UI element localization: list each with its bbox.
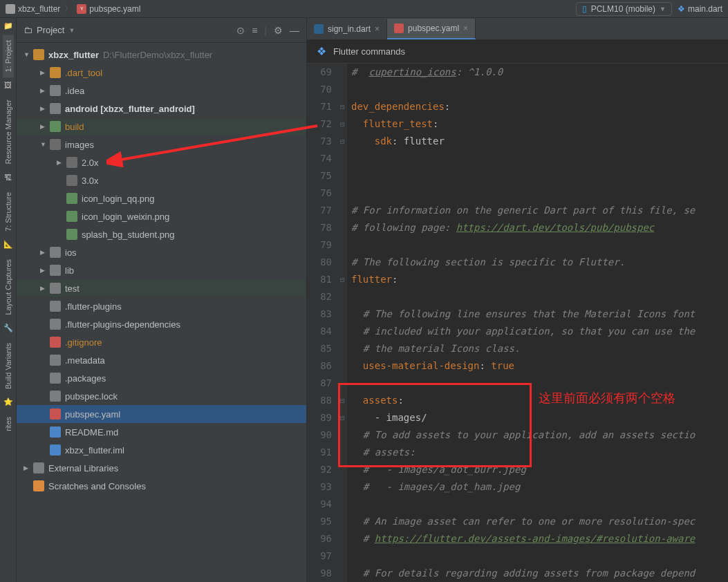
gear-icon[interactable]: ⚙: [274, 25, 283, 36]
close-icon[interactable]: ×: [375, 24, 380, 34]
code-line[interactable]: # assets:: [351, 444, 728, 461]
fold-icon[interactable]: [337, 478, 347, 496]
tree-row[interactable]: ▶build: [17, 118, 306, 135]
tool-tab-icon[interactable]: 🖼: [3, 80, 13, 90]
panel-title-label[interactable]: Project: [37, 25, 64, 35]
breadcrumb[interactable]: xbzx_flutter 〉 Ypubspec.yaml: [6, 3, 140, 15]
select-opened-icon[interactable]: ⊙: [236, 25, 245, 36]
fold-icon[interactable]: [337, 323, 347, 340]
hide-icon[interactable]: —: [290, 25, 299, 36]
expand-arrow-icon[interactable]: ▶: [40, 285, 50, 292]
expand-arrow-icon[interactable]: ▶: [57, 159, 66, 166]
tree-row[interactable]: xbzx_flutter.iml: [17, 441, 306, 459]
fold-icon[interactable]: ⊟: [337, 392, 347, 409]
fold-icon[interactable]: [337, 496, 347, 513]
fold-icon[interactable]: ⊟: [337, 115, 347, 133]
tree-row[interactable]: .metadata: [17, 351, 306, 369]
tool-tab[interactable]: rites: [3, 411, 14, 437]
code-line[interactable]: [351, 288, 728, 306]
code-line[interactable]: # - images/a_dot_ham.jpeg: [351, 478, 728, 496]
expand-arrow-icon[interactable]: ▼: [24, 51, 33, 58]
tree-row[interactable]: ▶ios: [17, 243, 306, 261]
tree-row[interactable]: Scratches and Consoles: [17, 477, 306, 495]
code-line[interactable]: # The following section is specific to F…: [351, 254, 728, 271]
tree-row[interactable]: ▼xbzx_flutterD:\FlutterDemo\xbzx_flutter: [17, 46, 306, 64]
code-line[interactable]: # included with your application, so tha…: [351, 323, 728, 340]
fold-icon[interactable]: [337, 150, 347, 167]
fold-icon[interactable]: [337, 81, 347, 98]
code-line[interactable]: - images/: [351, 409, 728, 426]
code-line[interactable]: [351, 496, 728, 513]
tool-tab-icon[interactable]: ⭐: [3, 397, 13, 407]
code-line[interactable]: # - images/a_dot_burr.jpeg: [351, 461, 728, 478]
expand-arrow-icon[interactable]: ▶: [40, 249, 50, 256]
fold-icon[interactable]: [337, 340, 347, 357]
code-line[interactable]: [351, 150, 728, 167]
run-config[interactable]: ❖ main.dart: [678, 4, 722, 14]
code-line[interactable]: uses-material-design: true: [351, 357, 728, 375]
code-line[interactable]: # https://flutter.dev/assets-and-images/…: [351, 530, 728, 547]
code-line[interactable]: [351, 167, 728, 185]
tool-tab-icon[interactable]: 📁: [3, 21, 13, 30]
expand-arrow-icon[interactable]: ▶: [40, 87, 50, 94]
code-line[interactable]: flutter_test:: [351, 115, 728, 133]
fold-icon[interactable]: [337, 185, 347, 202]
tree-row[interactable]: .flutter-plugins-dependencies: [17, 315, 306, 333]
fold-icon[interactable]: [337, 565, 347, 582]
expand-arrow-icon[interactable]: ▶: [40, 69, 50, 76]
device-selector[interactable]: ▯ PCLM10 (mobile) ▼: [576, 2, 672, 16]
fold-icon[interactable]: [337, 357, 347, 375]
code-line[interactable]: [351, 81, 728, 98]
tree-row[interactable]: ▶.idea: [17, 82, 306, 100]
fold-icon[interactable]: [337, 167, 347, 185]
code-line[interactable]: [351, 547, 728, 565]
expand-arrow-icon[interactable]: ▶: [24, 464, 33, 471]
code-line[interactable]: # To add assets to your application, add…: [351, 426, 728, 444]
tree-row[interactable]: ▶.dart_tool: [17, 64, 306, 82]
code-line[interactable]: # An image asset can refer to one or mor…: [351, 513, 728, 530]
tree-row[interactable]: icon_login_weixin.png: [17, 207, 306, 225]
editor-tab[interactable]: sign_in.dart×: [307, 19, 387, 39]
close-icon[interactable]: ×: [463, 24, 468, 33]
code-line[interactable]: flutter:: [351, 271, 728, 288]
tree-row[interactable]: README.md: [17, 423, 306, 441]
editor-tab[interactable]: pubspec.yaml×: [387, 19, 476, 39]
tree-row[interactable]: ▶External Libraries: [17, 459, 306, 477]
fold-icon[interactable]: ⊟: [337, 271, 347, 288]
fold-icon[interactable]: [337, 64, 347, 81]
fold-icon[interactable]: ⊟: [337, 409, 347, 426]
tree-row[interactable]: icon_login_qq.png: [17, 189, 306, 207]
fold-icon[interactable]: [337, 219, 347, 236]
tree-row[interactable]: ▶lib: [17, 261, 306, 279]
code-line[interactable]: # For details regarding adding assets fr…: [351, 565, 728, 582]
fold-icon[interactable]: [337, 530, 347, 547]
code-editor[interactable]: 6970717273747576777879808182838485868788…: [307, 64, 728, 582]
code-line[interactable]: [351, 185, 728, 202]
tool-tab-icon[interactable]: 🏗: [3, 173, 13, 182]
tool-tab-icon[interactable]: 🔧: [3, 323, 13, 333]
fold-icon[interactable]: [337, 375, 347, 392]
fold-icon[interactable]: ⊟: [337, 98, 347, 115]
tool-tab[interactable]: Resource Manager: [3, 94, 14, 170]
fold-icon[interactable]: [337, 288, 347, 306]
code-line[interactable]: sdk: flutter: [351, 133, 728, 150]
tree-row[interactable]: ▶android [xbzx_flutter_android]: [17, 100, 306, 118]
fold-icon[interactable]: [337, 236, 347, 254]
fold-icon[interactable]: [337, 513, 347, 530]
expand-arrow-icon[interactable]: ▼: [40, 141, 50, 148]
code-lines[interactable]: # cupertino_icons: ^1.0.0 dev_dependenci…: [347, 64, 728, 582]
tree-row[interactable]: ▼images: [17, 135, 306, 153]
tree-row[interactable]: ▶2.0x: [17, 153, 306, 171]
tree-row[interactable]: .gitignore: [17, 333, 306, 351]
tool-tab[interactable]: Layout Captures: [3, 254, 14, 321]
chevron-down-icon[interactable]: ▼: [68, 27, 75, 34]
fold-icon[interactable]: [337, 461, 347, 478]
code-line[interactable]: dev_dependencies:: [351, 98, 728, 115]
expand-arrow-icon[interactable]: ▶: [40, 123, 50, 130]
tree-row[interactable]: 3.0x: [17, 171, 306, 189]
tree-row[interactable]: splash_bg_student.png: [17, 225, 306, 243]
fold-gutter[interactable]: ⊟⊟⊟⊟⊟⊟: [337, 64, 347, 582]
tree-row[interactable]: pubspec.lock: [17, 387, 306, 405]
fold-icon[interactable]: [337, 547, 347, 565]
tool-tab[interactable]: 1: Project: [3, 35, 14, 77]
